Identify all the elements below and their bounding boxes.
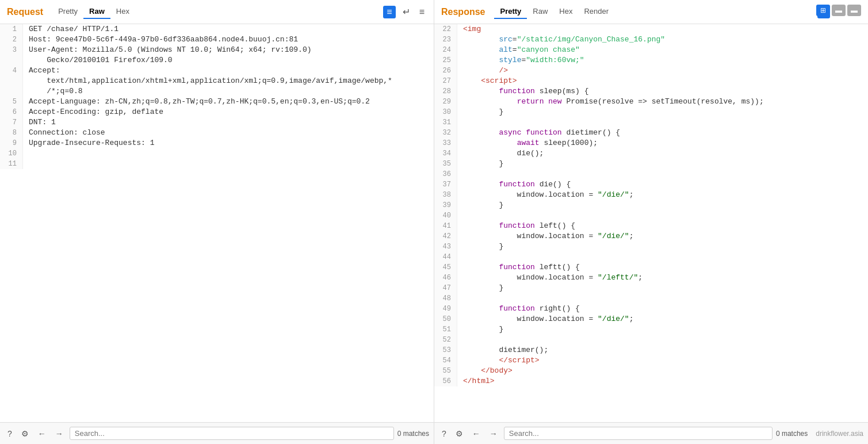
table-row: 45 function leftt() { [434, 262, 868, 273]
table-row: 3 User-Agent: Mozilla/5.0 (Windows NT 10… [0, 45, 434, 55]
table-row: 49 function right() { [434, 304, 868, 314]
table-row: 27 <script> [434, 76, 868, 86]
table-row: 24 alt="canyon chase" [434, 45, 868, 55]
request-header-icons: ≡ ↵ ≡ [383, 5, 427, 18]
response-header: Response Pretty Raw Hex Render ≡ ↵ ≡ [434, 0, 868, 24]
table-row: 50 window.location = "/die/"; [434, 314, 868, 324]
table-row: 33 await sleep(1000); [434, 138, 868, 148]
table-row: 6 Accept-Encoding: gzip, deflate [0, 107, 434, 117]
table-row: 2 Host: 9cee47b0-5c6f-449a-97b0-6df336aa… [0, 35, 434, 45]
tab-raw-response[interactable]: Raw [527, 5, 553, 19]
table-row: 22 <img [434, 24, 868, 35]
table-row: 35 } [434, 159, 868, 169]
table-row: 53 dietimer(); [434, 345, 868, 355]
help-btn-response[interactable]: ? [439, 428, 449, 439]
table-row: 36 [434, 169, 868, 179]
table-row: 40 [434, 210, 868, 221]
table-row: 30 } [434, 107, 868, 117]
table-row: 47 } [434, 283, 868, 293]
table-row: 7 DNT: 1 [0, 117, 434, 128]
settings-btn-response[interactable]: ⚙ [453, 428, 466, 439]
table-row: 8 Connection: close [0, 128, 434, 138]
match-count-request: 0 matches [397, 430, 429, 438]
forward-btn-response[interactable]: → [487, 428, 500, 439]
request-tab-bar: Pretty Raw Hex [52, 5, 378, 19]
table-row: 56 </html> [434, 376, 868, 386]
back-btn-request[interactable]: ← [35, 428, 49, 439]
menu-btn-request[interactable]: ≡ [417, 6, 427, 18]
forward-btn-request[interactable]: → [52, 428, 66, 439]
tab-pretty-request[interactable]: Pretty [52, 5, 83, 19]
table-row: 52 [434, 335, 868, 345]
table-row: 26 /> [434, 66, 868, 76]
response-bottom-bar: ? ⚙ ← → 0 matches drinkflower.asia [434, 422, 868, 444]
settings-btn-request[interactable]: ⚙ [18, 428, 32, 439]
table-row: 25 style="width:60vw;" [434, 55, 868, 66]
table-row: 39 } [434, 200, 868, 210]
match-count-response: 0 matches [776, 430, 808, 438]
response-title: Response [441, 7, 485, 17]
table-row: 23 src="/static/img/Canyon_Chase_16.png" [434, 35, 868, 45]
format-btn-request[interactable]: ≡ [383, 6, 395, 18]
table-row: 54 </script> [434, 355, 868, 366]
table-row: 11 [0, 159, 434, 169]
table-row: 44 [434, 252, 868, 262]
request-header: Request Pretty Raw Hex ≡ ↵ ≡ [0, 0, 434, 24]
table-row: 32 async function dietimer() { [434, 128, 868, 138]
search-input-request[interactable] [70, 427, 394, 440]
split-view-icon[interactable]: ⊞ [816, 5, 830, 16]
table-row: 41 function left() { [434, 221, 868, 231]
search-input-response[interactable] [504, 427, 773, 440]
table-row: 9 Upgrade-Insecure-Requests: 1 [0, 138, 434, 148]
help-btn-request[interactable]: ? [5, 428, 15, 439]
response-code-area: 22 <img 23 src="/static/img/Canyon_Chase… [434, 24, 868, 422]
table-row: 1 GET /chase/ HTTP/1.1 [0, 24, 434, 35]
table-row: 51 } [434, 324, 868, 335]
table-row: /*;q=0.8 [0, 86, 434, 97]
response-tab-bar: Pretty Raw Hex Render [494, 5, 813, 19]
tab-render-response[interactable]: Render [578, 5, 614, 19]
request-code-area: 1 GET /chase/ HTTP/1.1 2 Host: 9cee47b0-… [0, 24, 434, 422]
table-row: 46 window.location = "/leftt/"; [434, 273, 868, 283]
table-row: 43 } [434, 242, 868, 252]
table-row: 31 [434, 117, 868, 128]
col-view-2-icon[interactable]: ▬ [847, 5, 861, 16]
table-row: 10 [0, 148, 434, 159]
wrap-btn-request[interactable]: ↵ [400, 5, 412, 18]
table-row: 34 die(); [434, 148, 868, 159]
table-row: 5 Accept-Language: zh-CN,zh;q=0.8,zh-TW;… [0, 97, 434, 107]
tab-raw-request[interactable]: Raw [83, 5, 110, 19]
back-btn-response[interactable]: ← [469, 428, 483, 439]
col-view-1-icon[interactable]: ▬ [832, 5, 846, 16]
table-row: Gecko/20100101 Firefox/109.0 [0, 55, 434, 66]
table-row: 42 window.location = "/die/"; [434, 231, 868, 242]
request-title: Request [7, 7, 43, 17]
table-row: 37 function die() { [434, 179, 868, 190]
table-row: 38 window.location = "/die/"; [434, 190, 868, 200]
table-row: 28 function sleep(ms) { [434, 86, 868, 97]
table-row: 55 </body> [434, 366, 868, 376]
table-row: 48 [434, 293, 868, 304]
table-row: 29 return new Promise(resolve => setTime… [434, 97, 868, 107]
request-bottom-bar: ? ⚙ ← → 0 matches [0, 422, 434, 444]
table-row: text/html,application/xhtml+xml,applicat… [0, 76, 434, 86]
table-row: 4 Accept: [0, 66, 434, 76]
tab-hex-response[interactable]: Hex [553, 5, 578, 19]
request-panel: Request Pretty Raw Hex ≡ ↵ ≡ 1 GET /chas… [0, 0, 434, 444]
tab-pretty-response[interactable]: Pretty [494, 5, 527, 19]
response-panel: Response Pretty Raw Hex Render ≡ ↵ ≡ 22 … [434, 0, 868, 444]
tab-hex-request[interactable]: Hex [110, 5, 135, 19]
watermark: drinkflower.asia [816, 430, 863, 438]
